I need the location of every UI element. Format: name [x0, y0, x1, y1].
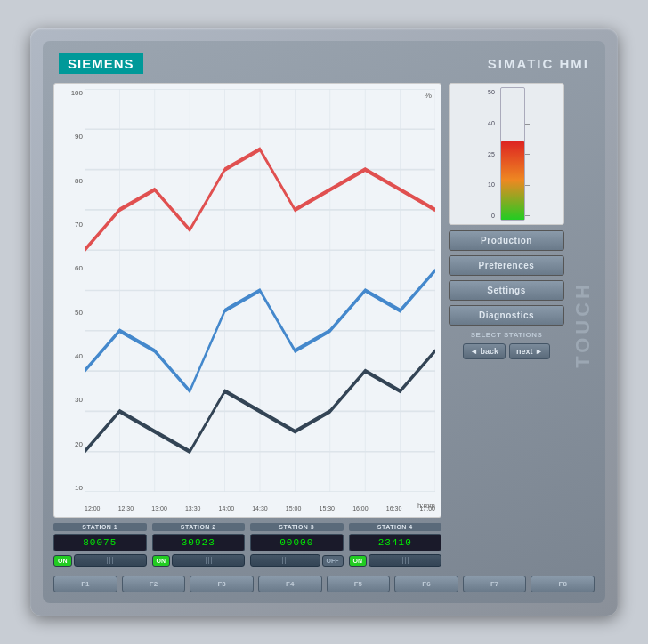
menu-buttons: Production Preferences Settings Diagnost…: [449, 230, 564, 326]
right-panel: 50 40 25 10 0: [449, 83, 564, 567]
f1-key[interactable]: F1: [53, 576, 117, 592]
station-3-toggle: OFF: [250, 554, 344, 567]
station-4-value: 23410: [349, 534, 442, 551]
station-2-value: 30923: [152, 534, 246, 551]
station-2-slider[interactable]: [172, 554, 245, 567]
chart-svg-container: [85, 89, 435, 492]
diagnostics-button[interactable]: Diagnostics: [449, 305, 564, 326]
station-1: STATION 1 80075 ON: [53, 523, 147, 567]
top-bar: SIEMENS SIMATIC HMI: [53, 50, 595, 77]
production-button[interactable]: Production: [449, 230, 564, 251]
station-1-slider[interactable]: [74, 554, 147, 567]
touch-label: TOUCH: [571, 281, 595, 368]
station-1-value: 80075: [53, 534, 147, 551]
nav-buttons: ◄ back next ►: [463, 343, 550, 359]
left-panel: % 100 90 80 70 60 50 40 30 20 10: [53, 83, 441, 567]
station-1-on-btn[interactable]: ON: [53, 555, 72, 567]
f6-key[interactable]: F6: [394, 576, 458, 592]
station-1-label: STATION 1: [53, 523, 147, 531]
station-2: STATION 2 30923 ON: [152, 523, 246, 567]
station-1-toggle: ON: [53, 554, 147, 567]
f3-key[interactable]: F3: [190, 576, 254, 592]
x-axis: 12:00 12:30 13:00 13:30 14:00 14:30 15:0…: [85, 492, 435, 511]
select-stations-label: SELECT STATIONS: [471, 331, 543, 339]
station-4: STATION 4 23410 ON: [349, 523, 442, 567]
station-4-on-btn[interactable]: ON: [349, 555, 368, 567]
f2-key[interactable]: F2: [122, 576, 186, 592]
f5-key[interactable]: F5: [327, 576, 391, 592]
station-3-slider[interactable]: [250, 554, 320, 567]
station-3-label: STATION 3: [250, 523, 344, 531]
station-2-on-btn[interactable]: ON: [152, 555, 171, 567]
station-3-value: 00000: [250, 534, 344, 551]
main-content: % 100 90 80 70 60 50 40 30 20 10: [53, 83, 595, 567]
device-inner: SIEMENS SIMATIC HMI % 100 90 80 70 60: [43, 41, 605, 603]
device-frame: SIEMENS SIMATIC HMI % 100 90 80 70 60: [30, 28, 618, 616]
f4-key[interactable]: F4: [258, 576, 322, 592]
chart-area: % 100 90 80 70 60 50 40 30 20 10: [53, 83, 441, 518]
station-2-toggle: ON: [152, 554, 246, 567]
station-3-off-btn[interactable]: OFF: [322, 555, 344, 567]
select-stations: SELECT STATIONS ◄ back next ►: [449, 331, 564, 359]
time-label: h:mm: [417, 502, 435, 510]
function-keys: F1 F2 F3 F4 F5 F6 F7 F8: [53, 572, 595, 594]
station-2-label: STATION 2: [152, 523, 246, 531]
y-axis: 100 90 80 70 60 50 40 30 20 10: [60, 89, 85, 492]
station-4-label: STATION 4: [349, 523, 442, 531]
simatic-label: SIMATIC HMI: [488, 56, 589, 71]
f7-key[interactable]: F7: [463, 576, 527, 592]
gauge-area: 50 40 25 10 0: [449, 83, 564, 225]
stations-area: STATION 1 80075 ON S: [53, 523, 441, 567]
settings-button[interactable]: Settings: [449, 280, 564, 301]
station-4-slider[interactable]: [369, 554, 441, 567]
next-button[interactable]: next ►: [509, 343, 550, 359]
back-button[interactable]: ◄ back: [463, 343, 506, 359]
f8-key[interactable]: F8: [531, 576, 595, 592]
preferences-button[interactable]: Preferences: [449, 255, 564, 276]
chart-svg: [85, 89, 435, 492]
station-3: STATION 3 00000 OFF: [250, 523, 344, 567]
station-4-toggle: ON: [349, 554, 442, 567]
siemens-logo: SIEMENS: [59, 53, 143, 74]
